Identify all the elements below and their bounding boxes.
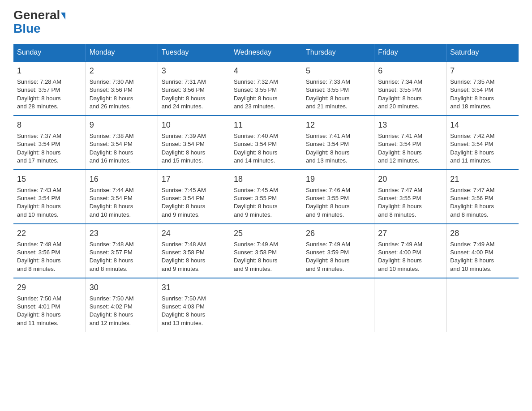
sunset-text: Sunset: 3:54 PM [450,86,493,93]
calendar-cell: 31Sunrise: 7:50 AMSunset: 4:03 PMDayligh… [158,278,230,332]
calendar-week-row: 22Sunrise: 7:48 AMSunset: 3:56 PMDayligh… [13,224,519,278]
sunrise-text: Sunrise: 7:40 AM [234,133,278,139]
sunset-text: Sunset: 3:58 PM [234,249,277,256]
sunrise-text: Sunrise: 7:48 AM [90,241,134,248]
calendar-cell: 21Sunrise: 7:47 AMSunset: 3:56 PMDayligh… [446,170,519,224]
sunrise-text: Sunrise: 7:48 AM [17,241,61,248]
daylight-text: Daylight: 8 hoursand 8 minutes. [450,203,494,218]
sunrise-text: Sunrise: 7:50 AM [162,295,206,302]
calendar-cell: 30Sunrise: 7:50 AMSunset: 4:02 PMDayligh… [86,278,158,332]
sunrise-text: Sunrise: 7:28 AM [17,78,61,85]
sunset-text: Sunset: 3:57 PM [17,86,60,93]
calendar-cell: 22Sunrise: 7:48 AMSunset: 3:56 PMDayligh… [13,224,86,278]
calendar-cell: 14Sunrise: 7:42 AMSunset: 3:54 PMDayligh… [446,116,519,170]
calendar-cell: 19Sunrise: 7:46 AMSunset: 3:55 PMDayligh… [302,170,374,224]
daylight-text: Daylight: 8 hoursand 18 minutes. [450,95,494,110]
header-wednesday: Wednesday [230,44,302,61]
calendar-week-row: 8Sunrise: 7:37 AMSunset: 3:54 PMDaylight… [13,116,519,170]
day-number: 21 [450,174,515,185]
day-number: 10 [162,120,226,131]
calendar-week-row: 29Sunrise: 7:50 AMSunset: 4:01 PMDayligh… [13,278,519,332]
day-number: 8 [17,120,82,131]
day-number: 29 [17,282,82,293]
daylight-text: Daylight: 8 hoursand 9 minutes. [162,257,206,272]
sunset-text: Sunset: 3:54 PM [234,141,277,147]
sunrise-text: Sunrise: 7:46 AM [306,187,350,193]
calendar-cell: 3Sunrise: 7:31 AMSunset: 3:56 PMDaylight… [158,61,230,116]
sunrise-text: Sunrise: 7:42 AM [450,133,494,139]
header-thursday: Thursday [302,44,374,61]
day-number: 2 [90,65,154,77]
calendar-cell: 13Sunrise: 7:41 AMSunset: 3:54 PMDayligh… [374,116,446,170]
calendar-cell: 12Sunrise: 7:41 AMSunset: 3:54 PMDayligh… [302,116,374,170]
sunset-text: Sunset: 3:55 PM [378,195,421,201]
calendar-cell: 1Sunrise: 7:28 AMSunset: 3:57 PMDaylight… [13,61,86,116]
calendar-cell: 25Sunrise: 7:49 AMSunset: 3:58 PMDayligh… [230,224,302,278]
sunrise-text: Sunrise: 7:49 AM [306,241,350,248]
calendar-cell: 28Sunrise: 7:49 AMSunset: 4:00 PMDayligh… [446,224,519,278]
calendar-cell: 18Sunrise: 7:45 AMSunset: 3:55 PMDayligh… [230,170,302,224]
calendar-table: SundayMondayTuesdayWednesdayThursdayFrid… [13,44,519,332]
day-number: 22 [17,228,82,239]
sunrise-text: Sunrise: 7:39 AM [162,133,206,139]
daylight-text: Daylight: 8 hoursand 24 minutes. [162,95,206,110]
logo-triangle-icon [61,13,65,20]
calendar-cell: 16Sunrise: 7:44 AMSunset: 3:54 PMDayligh… [86,170,158,224]
sunset-text: Sunset: 3:54 PM [90,141,133,147]
calendar-cell [446,278,519,332]
daylight-text: Daylight: 8 hoursand 8 minutes. [378,203,422,218]
header-tuesday: Tuesday [158,44,230,61]
daylight-text: Daylight: 8 hoursand 28 minutes. [17,95,61,110]
day-number: 31 [162,282,226,293]
daylight-text: Daylight: 8 hoursand 21 minutes. [306,95,350,110]
daylight-text: Daylight: 8 hoursand 11 minutes. [17,311,61,326]
daylight-text: Daylight: 8 hoursand 20 minutes. [378,95,422,110]
sunset-text: Sunset: 3:54 PM [378,141,421,147]
sunrise-text: Sunrise: 7:34 AM [378,78,422,85]
sunrise-text: Sunrise: 7:31 AM [162,78,206,85]
sunset-text: Sunset: 4:00 PM [378,249,421,256]
header-friday: Friday [374,44,446,61]
calendar-cell: 24Sunrise: 7:48 AMSunset: 3:58 PMDayligh… [158,224,230,278]
sunset-text: Sunset: 3:59 PM [306,249,349,256]
sunset-text: Sunset: 3:56 PM [162,86,205,93]
sunrise-text: Sunrise: 7:45 AM [234,187,278,193]
sunset-text: Sunset: 3:54 PM [17,141,60,147]
header-sunday: Sunday [13,44,86,61]
sunrise-text: Sunrise: 7:47 AM [378,187,422,193]
sunset-text: Sunset: 3:55 PM [306,86,349,93]
sunrise-text: Sunrise: 7:38 AM [90,133,134,139]
sunset-text: Sunset: 3:56 PM [450,195,493,201]
calendar-cell [374,278,446,332]
day-number: 18 [234,174,298,185]
sunset-text: Sunset: 3:54 PM [162,195,205,201]
day-number: 14 [450,120,515,131]
daylight-text: Daylight: 8 hoursand 10 minutes. [378,257,422,272]
day-number: 23 [90,228,154,239]
sunset-text: Sunset: 3:55 PM [234,86,277,93]
sunrise-text: Sunrise: 7:32 AM [234,78,278,85]
sunset-text: Sunset: 3:56 PM [90,86,133,93]
calendar-cell: 8Sunrise: 7:37 AMSunset: 3:54 PMDaylight… [13,116,86,170]
sunrise-text: Sunrise: 7:37 AM [17,133,61,139]
calendar-cell [302,278,374,332]
sunset-text: Sunset: 3:55 PM [378,86,421,93]
day-number: 30 [90,282,154,293]
header-monday: Monday [86,44,158,61]
sunset-text: Sunset: 3:57 PM [90,249,133,256]
calendar-cell: 4Sunrise: 7:32 AMSunset: 3:55 PMDaylight… [230,61,302,116]
day-number: 15 [17,174,82,185]
daylight-text: Daylight: 8 hoursand 14 minutes. [234,149,278,164]
sunrise-text: Sunrise: 7:49 AM [378,241,422,248]
day-number: 17 [162,174,226,185]
sunrise-text: Sunrise: 7:45 AM [162,187,206,193]
day-number: 9 [90,120,154,131]
sunset-text: Sunset: 4:00 PM [450,249,493,256]
calendar-cell [230,278,302,332]
day-number: 11 [234,120,298,131]
calendar-header-row: SundayMondayTuesdayWednesdayThursdayFrid… [13,44,519,61]
daylight-text: Daylight: 8 hoursand 8 minutes. [90,257,133,272]
calendar-cell: 9Sunrise: 7:38 AMSunset: 3:54 PMDaylight… [86,116,158,170]
sunrise-text: Sunrise: 7:47 AM [450,187,494,193]
header-saturday: Saturday [446,44,519,61]
